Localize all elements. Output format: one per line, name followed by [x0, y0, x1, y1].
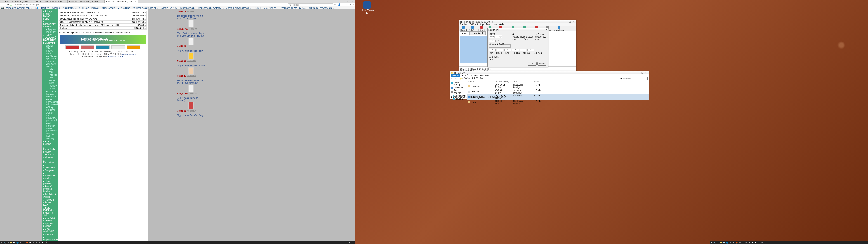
close-icon[interactable]: ×: [572, 21, 575, 23]
sidebar-item[interactable]: ▸balicí fólie, pásky, papíry: [42, 44, 58, 55]
app-icon[interactable]: P: [35, 241, 38, 244]
back-icon[interactable]: ←: [1, 3, 3, 6]
radio-sys-time[interactable]: ○ Zapsat systémový čas: [535, 33, 546, 41]
second-input[interactable]: [527, 49, 534, 51]
menu-item[interactable]: Čip: [480, 23, 484, 26]
sidebar-item[interactable]: ▸ Školní potřeby: [42, 180, 58, 185]
product-card[interactable]: Balicí fólie bublinková 0,3 m x 100 m / …: [176, 14, 206, 31]
product-card[interactable]: Tejp Kinesio 5cm/5m červený70,00 Kč 49,0…: [176, 96, 206, 113]
app-icon[interactable]: W: [729, 241, 732, 244]
start-button[interactable]: ⊞: [0, 241, 3, 244]
bookmark[interactable]: Seznam – Najdu tam, …: [51, 7, 78, 9]
app-icon[interactable]: ▣: [751, 241, 754, 244]
app-icon[interactable]: X: [22, 241, 25, 244]
app-icon[interactable]: S: [32, 241, 35, 244]
ok-button[interactable]: OK: [528, 62, 537, 65]
back-icon[interactable]: ←: [451, 77, 453, 80]
spinner-icon[interactable]: ▴▾: [496, 39, 499, 42]
sidebar-item[interactable]: ▸ Brýle PYRAMEX bezpečí a styl: [42, 206, 58, 217]
sidebar-item[interactable]: ▸ Etikety, obálky, DYMO pásky: [42, 10, 58, 20]
sidebar-item[interactable]: ▸tácky, farfle: [42, 79, 58, 84]
col-type[interactable]: Typ: [512, 80, 530, 83]
change-pw-checkbox[interactable]: ☐ Změnit heslo:: [489, 56, 500, 61]
sidebar-item[interactable]: ▸ Drogerie: [42, 169, 58, 172]
sidebar-item[interactable]: ▸vaničky: [42, 84, 58, 87]
refresh-icon[interactable]: ⟳: [620, 77, 622, 80]
sidebar-item[interactable]: ▸ Prezentace: [42, 159, 58, 164]
chevron-down-icon[interactable]: ⌄: [642, 74, 644, 77]
bookmark[interactable]: Mapy Google: [101, 7, 116, 9]
clock[interactable]: 15:37: [348, 242, 355, 244]
col-date[interactable]: Datum změny: [494, 80, 512, 83]
app-icon[interactable]: ◉: [29, 241, 32, 244]
sidebar-item[interactable]: ▸ Poutač - uvedená kvalita: [42, 185, 58, 193]
window-minimize-icon[interactable]: —: [341, 0, 346, 3]
app-icon[interactable]: ✉: [748, 241, 751, 244]
bookmark[interactable]: T.S.BOHEMIA - Váš ro…: [252, 7, 279, 9]
app-icon[interactable]: X: [732, 241, 735, 244]
app-icon[interactable]: 🌐: [725, 241, 729, 244]
bookmark[interactable]: Google: [160, 7, 169, 9]
sidebar-item[interactable]: ▸ Pracovní rukavice KIXX: [42, 199, 58, 206]
app-icon[interactable]: ▣: [754, 241, 757, 244]
app-icon[interactable]: ▢: [761, 241, 764, 244]
explorer-icon[interactable]: 📁: [9, 241, 13, 244]
ribbon-tab[interactable]: Zobrazení: [480, 74, 490, 77]
close-tab-icon[interactable]: ×: [135, 1, 136, 3]
app-icon[interactable]: 🦊: [25, 241, 29, 244]
browser-tab[interactable]: DRC-41UNI / RFID, barevn…×: [33, 0, 68, 3]
browser-tab[interactable]: Seznam – najdu tam, co n…×: [0, 0, 33, 3]
product-card[interactable]: Tejp Kinesio 5cm/5m žlutý70,00 Kč 49,00 …: [176, 49, 206, 63]
menu-item[interactable]: Nápověda: [494, 23, 504, 26]
app-icon[interactable]: S: [741, 241, 745, 244]
col-size[interactable]: Velikost: [530, 80, 541, 83]
home-icon[interactable]: ⌂: [345, 3, 347, 6]
sidebar-item[interactable]: ▸ Kancelářský nábytek: [42, 172, 58, 180]
radio-write-time[interactable]: ○ Zapsat čas: [524, 35, 535, 41]
close-icon[interactable]: ×: [644, 72, 648, 74]
sidebar-header[interactable]: ▸ OBALOVÉ MATERIÁLY, skladování: [42, 36, 58, 44]
app-icon[interactable]: ▣: [41, 241, 44, 244]
bookmark[interactable]: AENO.CZ: [78, 7, 90, 9]
window-close-icon[interactable]: ×: [351, 0, 355, 3]
app-icon[interactable]: ◉: [738, 241, 741, 244]
sidebar-item[interactable]: ▸ Vína - ceník 2015: [42, 227, 58, 233]
download-icon[interactable]: ↓: [342, 3, 344, 6]
app-icon[interactable]: 🌐: [16, 241, 19, 244]
sidebar-item[interactable]: ▸ Kancelářský materiál: [42, 20, 58, 28]
minimize-icon[interactable]: —: [564, 21, 568, 23]
sidebar-item[interactable]: ▸ Občerstvení: [42, 164, 58, 169]
sidebar-item[interactable]: ▸krabičky, tašky: [42, 63, 58, 68]
app-icon[interactable]: ▢: [757, 241, 761, 244]
product-card[interactable]: Tejp Kinesio 5cm/5m tělový70,00 Kč 49,00…: [176, 63, 206, 79]
sidebar-item[interactable]: ▸pytle, motouzy, pásky páskovací: [42, 122, 58, 132]
sidebar-item[interactable]: ▸Spojovací materiály: [42, 28, 58, 33]
sidebar-item[interactable]: ▸víčka: [42, 87, 58, 90]
sidebar-item[interactable]: ▸obálkové spotřební materiál: [42, 55, 58, 63]
app-icon[interactable]: W: [19, 241, 22, 244]
product-card[interactable]: 70,00 Kč 46,00 Kč: [176, 9, 206, 14]
bookmark[interactable]: ARES - Ekonomické su…: [169, 7, 197, 9]
bookmark[interactable]: 📷 Kamerové systémy, zab…: [0, 7, 34, 9]
close-tab-icon[interactable]: ×: [65, 1, 66, 3]
search-icon[interactable]: 🔍: [713, 241, 716, 244]
product-card[interactable]: Balicí fólie bublinková 1,5 mx100 m/8mm/…: [176, 79, 206, 96]
browser-tab[interactable]: KossPap - internetový obchod…×: [68, 0, 105, 3]
sidebar-item[interactable]: ▸ Doporučujeme: [42, 236, 58, 241]
app-icon[interactable]: ✉: [38, 241, 41, 244]
promo-banner[interactable]: KossPap KLIKNĚTE ZDE! AŤ JDE VÁM JEŠTĚ K…: [60, 35, 146, 43]
close-icon[interactable]: ×: [546, 29, 547, 31]
disconnect-button[interactable]: Odpojit: [478, 26, 485, 31]
nav-this-pc[interactable]: Tento počítač: [451, 89, 466, 94]
file-row[interactable]: readme25.2.2013 14:50Textový dokument1 k…: [467, 89, 649, 94]
menu-item[interactable]: Soubor: [460, 23, 467, 26]
search-input[interactable]: [623, 77, 648, 80]
desktop-icon-teamviewer[interactable]: TeamViewer 11: [362, 1, 373, 14]
cancel-button[interactable]: Storno: [537, 62, 546, 65]
sidebar-item[interactable]: ▸ Zakázková výroba: [42, 193, 58, 199]
lang-select[interactable]: Česky: [489, 35, 502, 38]
sidebar-item[interactable]: ▸ Novinky: [42, 233, 58, 236]
nav-onedrive[interactable]: OneDrive: [451, 86, 466, 89]
system-link[interactable]: PremiumSHOP: [108, 55, 123, 58]
tab-serial[interactable]: výrobní číslo: [470, 31, 486, 35]
